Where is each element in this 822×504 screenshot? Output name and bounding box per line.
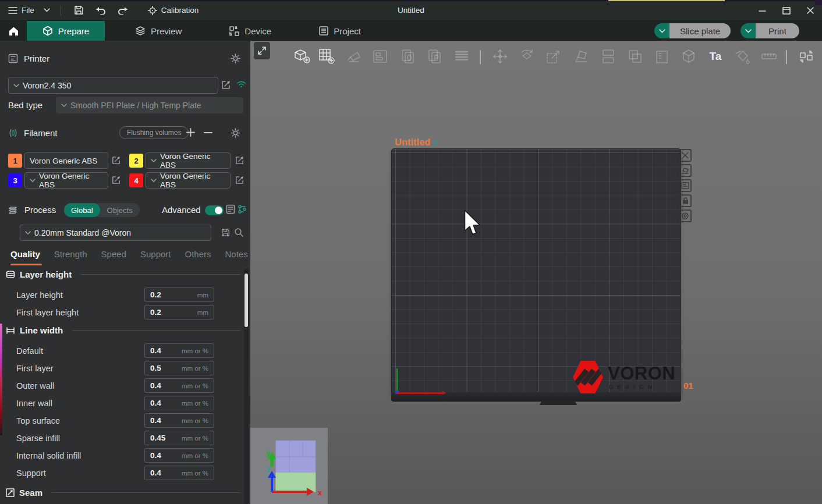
filament-3-combo[interactable]: Voron Generic ABS: [24, 172, 108, 189]
plate-settings-button[interactable]: [679, 210, 692, 222]
tab-strength[interactable]: Strength: [54, 249, 87, 259]
flushing-volumes-button[interactable]: Flushing volumes: [119, 126, 189, 139]
rename-pen-icon[interactable]: [432, 139, 440, 146]
assembly-view-button[interactable]: [796, 47, 816, 66]
remove-filament-button[interactable]: [204, 132, 212, 134]
add-filament-button[interactable]: [186, 128, 195, 137]
line-width-first-layer-input[interactable]: 0.5mm or %: [144, 361, 214, 375]
print-button[interactable]: Print: [756, 23, 799, 38]
row-label: Inner wall: [16, 398, 52, 409]
printer-edit-icon[interactable]: [221, 80, 231, 90]
line-width-default-input[interactable]: 0.4mm or %: [144, 343, 214, 358]
tab-speed[interactable]: Speed: [101, 249, 126, 259]
filament-1-combo[interactable]: Voron Generic ABS: [24, 152, 108, 169]
arrange-button[interactable]: [370, 47, 390, 66]
save-preset-icon[interactable]: [221, 228, 230, 237]
build-plate[interactable]: VORON DESIGN: [391, 148, 681, 402]
printer-settings-gear-icon[interactable]: [231, 54, 240, 63]
lay-on-face-button[interactable]: [572, 47, 591, 66]
viewport-thumbnail[interactable]: y z x: [250, 428, 328, 504]
add-object-button[interactable]: [292, 47, 312, 66]
slice-plate-dropdown[interactable]: [654, 23, 669, 38]
home-button[interactable]: [0, 21, 27, 41]
filament-4-combo[interactable]: Voron Generic ABS: [146, 172, 231, 189]
filament-2-edit-icon[interactable]: [235, 156, 244, 165]
filament-4-swatch[interactable]: 4: [129, 173, 143, 187]
line-width-top-surface-input[interactable]: 0.4mm or %: [144, 413, 214, 428]
bed-type-combo[interactable]: Smooth PEI Plate / High Temp Plate: [56, 97, 243, 113]
side-panel: Printer Voron2.4 350 Bed type Smooth PEI…: [0, 41, 250, 504]
split-to-objects-button[interactable]: [598, 47, 618, 66]
paste-button[interactable]: [425, 47, 445, 66]
compare-preset-icon[interactable]: [226, 204, 235, 214]
undo-button[interactable]: [90, 0, 112, 21]
filament-4-edit-icon[interactable]: [235, 176, 244, 184]
tune-parameters-icon[interactable]: [238, 204, 247, 214]
scale-button[interactable]: [544, 47, 564, 66]
home-icon: [8, 26, 19, 36]
save-button[interactable]: [68, 0, 90, 21]
tab-preview[interactable]: Preview: [120, 21, 197, 41]
voron-logo-word: VORON: [608, 364, 675, 382]
print-dropdown[interactable]: [740, 23, 756, 38]
variable-layer-height-button[interactable]: [652, 47, 672, 66]
viewport-3d[interactable]: Ta Untitled VORON DESIGN: [250, 41, 822, 504]
filament-3-swatch[interactable]: 3: [8, 173, 22, 187]
filament-2-swatch[interactable]: 2: [129, 154, 143, 168]
orient-plate-button[interactable]: [679, 164, 692, 177]
paint-tool-button[interactable]: [732, 47, 752, 66]
printer-connection-wifi-icon[interactable]: [236, 80, 246, 88]
panel-scrollbar-thumb[interactable]: [245, 274, 248, 327]
maximize-button[interactable]: [774, 0, 799, 21]
tab-quality[interactable]: Quality: [10, 249, 40, 259]
minimize-button[interactable]: [750, 0, 774, 21]
auto-orient-button[interactable]: [343, 47, 363, 66]
line-width-support-input[interactable]: 0.4mm or %: [144, 466, 214, 480]
file-menu[interactable]: File: [2, 0, 40, 21]
measure-tool-button[interactable]: [759, 47, 779, 66]
advanced-toggle[interactable]: [205, 205, 224, 215]
copy-button[interactable]: [398, 47, 418, 66]
process-preset-combo[interactable]: 0.20mm Standard @Voron: [20, 225, 211, 241]
slice-plate-button[interactable]: Slice plate: [669, 23, 731, 38]
toolbar-separator: [480, 50, 481, 64]
scope-global-button[interactable]: Global: [64, 203, 100, 217]
filament-1-edit-icon[interactable]: [112, 156, 121, 165]
split-to-parts-button[interactable]: [625, 47, 645, 66]
lock-plate-button[interactable]: [679, 194, 692, 207]
line-width-inner-wall-input[interactable]: 0.4mm or %: [144, 396, 214, 410]
filament-settings-gear-icon[interactable]: [231, 128, 240, 138]
plate-title[interactable]: Untitled: [395, 137, 440, 148]
printer-preset-combo[interactable]: Voron2.4 350: [8, 77, 218, 94]
filament-1-swatch[interactable]: 1: [8, 154, 22, 168]
layers-list-button[interactable]: [452, 47, 472, 66]
file-menu-expand[interactable]: [40, 0, 54, 21]
mesh-boolean-button[interactable]: [679, 47, 699, 66]
first-layer-height-input[interactable]: 0.2mm: [144, 305, 214, 320]
tab-notes[interactable]: Notes: [225, 249, 248, 259]
layer-height-input[interactable]: 0.2mm: [144, 288, 214, 302]
line-width-sparse-infill-input[interactable]: 0.45mm or %: [144, 431, 214, 445]
collapse-sidebar-button[interactable]: [254, 42, 270, 59]
delete-plate-button[interactable]: [679, 149, 692, 162]
tab-prepare[interactable]: Prepare: [27, 21, 105, 41]
tab-others[interactable]: Others: [185, 249, 211, 259]
filament-3-edit-icon[interactable]: [112, 176, 121, 184]
calibration-button[interactable]: Calibration: [142, 0, 205, 21]
build-plate-surface[interactable]: [391, 148, 681, 393]
search-icon[interactable]: [234, 228, 243, 237]
tab-device[interactable]: Device: [214, 21, 286, 41]
arrange-plate-button[interactable]: [679, 179, 692, 192]
add-plate-button[interactable]: [317, 47, 336, 66]
line-width-outer-wall-input[interactable]: 0.4mm or %: [144, 378, 214, 393]
move-button[interactable]: [490, 47, 510, 66]
rotate-button[interactable]: [517, 47, 537, 66]
text-tool-button[interactable]: Ta: [706, 47, 725, 66]
scope-objects-button[interactable]: Objects: [100, 203, 140, 217]
tab-support[interactable]: Support: [140, 249, 171, 259]
double-chevron-icon: [257, 46, 267, 55]
redo-button[interactable]: [112, 0, 134, 21]
filament-2-combo[interactable]: Voron Generic ABS: [146, 152, 231, 169]
line-width-internal-solid-infill-input[interactable]: 0.4mm or %: [144, 448, 214, 463]
tab-project[interactable]: Project: [304, 21, 376, 41]
